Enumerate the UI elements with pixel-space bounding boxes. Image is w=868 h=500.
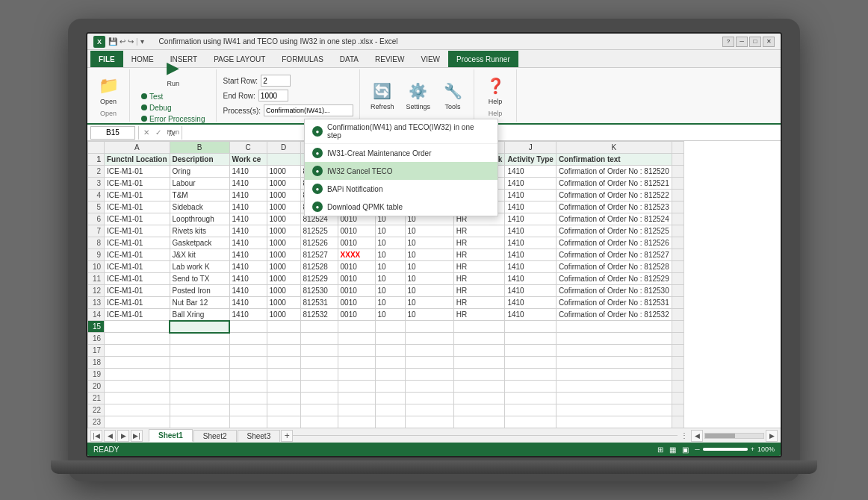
cell-8-F[interactable]: 0010 (338, 237, 375, 249)
cell-2-B[interactable]: Oring (170, 166, 229, 178)
cell-13-B[interactable]: Nut Bar 12 (170, 297, 229, 309)
cell-15-J[interactable] (505, 321, 557, 333)
row-number[interactable]: 18 (88, 357, 105, 369)
cell-3-J[interactable]: 1410 (505, 178, 557, 190)
cell-4-D[interactable]: 1000 (267, 190, 300, 201)
cell-12-H[interactable]: 10 (405, 285, 453, 297)
cell-14-B[interactable]: Ball Xring (170, 309, 229, 321)
row-number[interactable]: 11 (88, 273, 105, 285)
cell-11-G[interactable]: 10 (375, 273, 405, 285)
cell-14-H[interactable]: 10 (405, 309, 453, 321)
cell-22-K[interactable] (556, 404, 672, 416)
cell-12-I[interactable]: HR (453, 285, 505, 297)
cell-3-D[interactable]: 1000 (267, 178, 300, 190)
cell-18-K[interactable] (556, 357, 672, 369)
cell-19-D[interactable] (267, 369, 300, 381)
tab-prev-button[interactable]: ◀ (104, 430, 116, 442)
cell-14-C[interactable]: 1410 (229, 309, 267, 321)
cell-12-F[interactable]: 0010 (338, 285, 375, 297)
cell-10-G[interactable]: 10 (375, 261, 405, 273)
minimize-button[interactable]: ─ (736, 37, 748, 47)
cell-11-K[interactable]: Cofirmation of Order No : 812529 (556, 273, 672, 285)
cell-17-J[interactable] (505, 345, 557, 357)
cell-17-H[interactable] (405, 345, 453, 357)
row-number[interactable]: 10 (88, 261, 105, 273)
cell-14-K[interactable]: Cofirmation of Order No : 812532 (556, 309, 672, 321)
cell-6-C[interactable]: 1410 (229, 213, 267, 225)
undo-icon[interactable]: ↩ (120, 37, 125, 46)
tab-formulas[interactable]: FORMULAS (273, 51, 332, 67)
cell-11-E[interactable]: 812529 (300, 273, 338, 285)
cell-10-I[interactable]: HR (453, 261, 505, 273)
cell-2-C[interactable]: 1410 (229, 166, 267, 178)
cell-22-C[interactable] (229, 404, 267, 416)
cell-23-G[interactable] (375, 416, 405, 428)
row-number[interactable]: 23 (88, 416, 105, 428)
cell-4-C[interactable]: 1410 (229, 190, 267, 201)
cell-20-J[interactable] (505, 381, 557, 393)
cell-18-E[interactable] (300, 357, 338, 369)
qa-more[interactable]: ▾ (140, 37, 144, 46)
sheet-tab-sheet1[interactable]: Sheet1 (149, 429, 193, 442)
cell-18-F[interactable] (338, 357, 375, 369)
cell-7-K[interactable]: Cofirmation of Order No : 812525 (556, 225, 672, 237)
zoom-bar[interactable] (703, 448, 748, 451)
dropdown-item-conf-teco[interactable]: ● Confirmation(IW41) and TECO(IW32) in o… (305, 119, 497, 143)
cell-20-D[interactable] (267, 381, 300, 393)
cell-2-K[interactable]: Cofirmation of Order No : 812520 (556, 166, 672, 178)
cell-17-I[interactable] (453, 345, 505, 357)
cell-10-K[interactable]: Cofirmation of Order No : 812528 (556, 261, 672, 273)
error-button[interactable]: Error Processing (139, 114, 207, 124)
cell-10-J[interactable]: 1410 (505, 261, 557, 273)
cell-12-B[interactable]: Posted Iron (170, 285, 229, 297)
cell-12-A[interactable]: ICE-M1-01 (105, 285, 170, 297)
cell-9-C[interactable]: 1410 (229, 249, 267, 261)
cell-12-K[interactable]: Cofirmation of Order No : 812530 (556, 285, 672, 297)
cell-16-J[interactable] (505, 333, 557, 345)
tab-home[interactable]: HOME (123, 51, 162, 67)
cell-12-D[interactable]: 1000 (267, 285, 300, 297)
cell-23-E[interactable] (300, 416, 338, 428)
cell-5-D[interactable]: 1000 (267, 201, 300, 213)
cell-21-C[interactable] (229, 393, 267, 404)
cell-11-I[interactable]: HR (453, 273, 505, 285)
cell-19-K[interactable] (556, 369, 672, 381)
col-header-j[interactable]: J (505, 142, 557, 154)
cell-13-H[interactable]: 10 (405, 297, 453, 309)
cell-21-A[interactable] (105, 393, 170, 404)
tab-file[interactable]: FILE (90, 51, 123, 67)
cell-9-H[interactable]: 10 (405, 249, 453, 261)
row-number[interactable]: 22 (88, 404, 105, 416)
cell-11-C[interactable]: 1410 (229, 273, 267, 285)
cell-7-F[interactable]: 0010 (338, 225, 375, 237)
cell-7-C[interactable]: 1410 (229, 225, 267, 237)
cell-10-F[interactable]: 0010 (338, 261, 375, 273)
cell-16-B[interactable] (170, 333, 229, 345)
cell-23-I[interactable] (453, 416, 505, 428)
cell-15-A[interactable] (105, 321, 170, 333)
cell-15-B[interactable] (170, 321, 229, 333)
cell-1-C[interactable]: Work ce (229, 154, 267, 166)
cell-22-G[interactable] (375, 404, 405, 416)
cell-21-G[interactable] (375, 393, 405, 404)
cell-8-E[interactable]: 812526 (300, 237, 338, 249)
cell-8-C[interactable]: 1410 (229, 237, 267, 249)
dropdown-item-iw31[interactable]: ● IW31-Creat Maintenance Order (305, 144, 497, 162)
h-scrollbar[interactable] (704, 433, 764, 439)
col-header-b[interactable]: B (170, 142, 229, 154)
cell-1-A[interactable]: Functnl Location (105, 154, 170, 166)
cell-6-J[interactable]: 1410 (505, 213, 557, 225)
row-number[interactable]: 6 (88, 213, 105, 225)
cell-4-A[interactable]: ICE-M1-01 (105, 190, 170, 201)
cell-14-G[interactable]: 10 (375, 309, 405, 321)
cell-16-C[interactable] (229, 333, 267, 345)
row-number[interactable]: 7 (88, 225, 105, 237)
cell-1-D[interactable] (267, 154, 300, 166)
cell-23-A[interactable] (105, 416, 170, 428)
cell-19-G[interactable] (375, 369, 405, 381)
row-number[interactable]: 12 (88, 285, 105, 297)
tab-next-button[interactable]: ▶ (117, 430, 129, 442)
cell-16-I[interactable] (453, 333, 505, 345)
cell-18-I[interactable] (453, 357, 505, 369)
process-input[interactable] (264, 104, 353, 116)
